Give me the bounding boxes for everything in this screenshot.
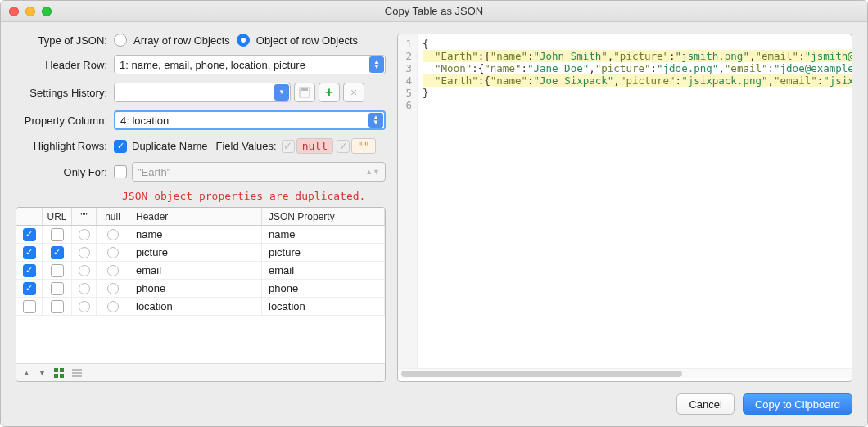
url-checkbox[interactable] <box>51 282 64 295</box>
empty-checkbox[interactable]: ✓ <box>337 140 350 153</box>
null-radio[interactable] <box>107 247 119 258</box>
empty-radio[interactable] <box>79 229 90 240</box>
copy-json-dialog: Copy Table as JSON Type of JSON: Array o… <box>0 0 868 427</box>
cancel-button[interactable]: Cancel <box>676 393 734 415</box>
col-prop: JSON Property <box>262 208 385 225</box>
dropdown-arrows-icon: ▲▼ <box>365 168 380 176</box>
svg-rect-5 <box>60 374 64 378</box>
duplicate-name-label: Duplicate Name <box>132 140 208 152</box>
onlyfor-placeholder: "Earth" <box>138 166 170 178</box>
settings-select[interactable]: ▼ <box>114 83 291 102</box>
prop-cell: phone <box>262 280 385 297</box>
include-checkbox[interactable] <box>23 300 36 313</box>
empty-radio[interactable] <box>79 247 90 258</box>
plus-icon: + <box>325 87 332 98</box>
include-checkbox[interactable]: ✓ <box>23 246 36 259</box>
x-icon: × <box>350 86 357 99</box>
null-radio[interactable] <box>107 283 119 294</box>
save-settings-button[interactable] <box>294 83 315 102</box>
grid-icon[interactable] <box>54 368 64 378</box>
prop-cell: name <box>262 226 385 243</box>
prop-cell: email <box>262 262 385 279</box>
null-radio[interactable] <box>107 301 119 312</box>
type-label: Type of JSON: <box>16 34 114 47</box>
col-url: URL <box>43 208 72 225</box>
url-checkbox[interactable] <box>51 228 64 241</box>
table-row: locationlocation <box>16 298 385 316</box>
save-icon <box>299 87 310 98</box>
header-cell: location <box>129 298 262 315</box>
table-row: ✓✓picturepicture <box>16 244 385 262</box>
dropdown-arrows-icon: ▲▼ <box>368 113 383 128</box>
code-line: { <box>423 38 852 50</box>
url-checkbox[interactable] <box>51 264 64 277</box>
empty-radio[interactable] <box>79 283 90 294</box>
empty-radio[interactable] <box>79 301 90 312</box>
onlyfor-select[interactable]: "Earth" ▲▼ <box>132 162 386 182</box>
svg-rect-3 <box>60 368 64 372</box>
radio-object-label: Object of row Objects <box>256 34 358 47</box>
header-value: 1: name, email, phone, location, picture <box>120 59 305 71</box>
radio-array-label: Array of row Objects <box>133 34 230 47</box>
url-checkbox[interactable]: ✓ <box>51 246 64 259</box>
code-line: "Moon":{"name":"Jane Doe","picture":"jdo… <box>423 62 852 74</box>
dropdown-arrows-icon: ▲▼ <box>369 56 384 73</box>
null-radio[interactable] <box>107 229 119 240</box>
radio-object[interactable] <box>237 34 250 47</box>
include-checkbox[interactable]: ✓ <box>23 264 36 277</box>
scrollbar-thumb[interactable] <box>401 371 682 377</box>
highlight-label: Highlight Rows: <box>16 140 114 152</box>
header-cell: phone <box>129 280 262 297</box>
empty-pill: "" <box>351 138 376 154</box>
duplicate-warning: JSON object properties are duplicated. <box>122 190 386 202</box>
svg-rect-7 <box>72 372 82 374</box>
prop-cell: location <box>262 298 385 315</box>
add-settings-button[interactable]: + <box>319 83 340 102</box>
svg-rect-8 <box>72 375 82 377</box>
radio-array[interactable] <box>114 34 127 47</box>
property-label: Property Column: <box>16 115 114 127</box>
url-checkbox[interactable] <box>51 300 64 313</box>
code-line: } <box>423 87 852 99</box>
include-checkbox[interactable]: ✓ <box>23 228 36 241</box>
onlyfor-label: Only For: <box>16 166 114 178</box>
dropdown-arrow-icon: ▼ <box>274 84 289 101</box>
checklist-icon[interactable] <box>72 368 82 378</box>
prop-cell: picture <box>262 244 385 261</box>
horizontal-scrollbar[interactable] <box>398 368 852 378</box>
svg-rect-4 <box>54 374 58 378</box>
null-radio[interactable] <box>107 265 119 276</box>
property-value: 4: location <box>120 115 169 127</box>
code-line <box>423 99 852 111</box>
code-line: "Earth":{"name":"Joe Sixpack","picture":… <box>423 74 852 87</box>
header-cell: email <box>129 262 262 279</box>
col-header: Header <box>129 208 262 225</box>
settings-label: Settings History: <box>16 87 114 99</box>
col-null: null <box>97 208 129 225</box>
null-pill: null <box>296 138 333 154</box>
columns-table: URL "" null Header JSON Property ✓namena… <box>16 207 386 382</box>
field-values-label: Field Values: <box>216 140 277 152</box>
window-title: Copy Table as JSON <box>1 5 867 17</box>
copy-clipboard-button[interactable]: Copy to Clipboard <box>743 393 852 415</box>
table-row: ✓emailemail <box>16 262 385 280</box>
header-cell: name <box>129 226 262 243</box>
titlebar: Copy Table as JSON <box>1 1 867 22</box>
svg-rect-2 <box>54 368 58 372</box>
delete-settings-button[interactable]: × <box>343 83 364 102</box>
triangle-up-icon[interactable]: ▲ <box>23 369 30 377</box>
header-select[interactable]: 1: name, email, phone, location, picture… <box>114 55 386 74</box>
header-cell: picture <box>129 244 262 261</box>
col-empty: "" <box>72 208 97 225</box>
highlight-duplicate-checkbox[interactable]: ✓ <box>114 140 127 153</box>
include-checkbox[interactable]: ✓ <box>23 282 36 295</box>
onlyfor-checkbox[interactable] <box>114 165 127 178</box>
header-label: Header Row: <box>16 59 114 71</box>
code-line: "Earth":{"name":"John Smith","picture":"… <box>423 50 852 62</box>
null-checkbox[interactable]: ✓ <box>282 140 295 153</box>
empty-radio[interactable] <box>79 265 90 276</box>
table-row: ✓phonephone <box>16 280 385 298</box>
json-preview: 123456 { "Earth":{"name":"John Smith","p… <box>397 34 852 382</box>
triangle-down-icon[interactable]: ▼ <box>38 369 46 377</box>
property-select[interactable]: 4: location ▲▼ <box>114 110 386 130</box>
